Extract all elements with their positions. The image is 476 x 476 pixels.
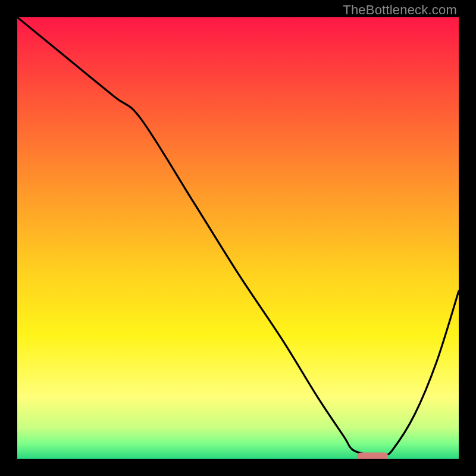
watermark-text: TheBottleneck.com: [343, 2, 457, 18]
optimal-zone-marker: [357, 453, 388, 459]
chart-frame: [17, 17, 459, 459]
gradient-background: [17, 17, 459, 459]
bottleneck-chart: [17, 17, 459, 459]
